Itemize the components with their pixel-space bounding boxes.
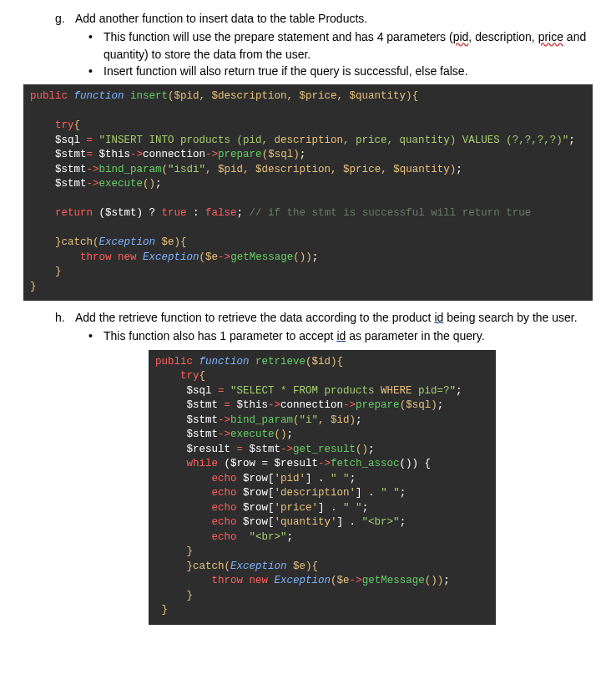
- bullet-icon: •: [88, 63, 104, 79]
- item-h-letter: h.: [23, 309, 75, 326]
- bullet-text: This function also has 1 parameter to ac…: [104, 327, 593, 344]
- bullet-icon: •: [88, 28, 104, 63]
- item-g: g. Add another function to insert data t…: [23, 10, 593, 79]
- item-g-title: Add another function to insert data to t…: [75, 10, 593, 27]
- item-h-bullets: • This function also has 1 parameter to …: [23, 327, 593, 344]
- bullet-icon: •: [88, 327, 104, 344]
- bullet-text: This function will use the prepare state…: [104, 28, 593, 63]
- item-h-title: Add the retrieve function to retrieve th…: [75, 309, 593, 326]
- item-g-letter: g.: [23, 10, 75, 27]
- item-h: h. Add the retrieve function to retrieve…: [23, 309, 593, 345]
- code-block-insert: public function insert($pid, $descriptio…: [23, 84, 593, 301]
- bullet-text: Insert function will also return true if…: [104, 63, 593, 79]
- code-block-retrieve: public function retrieve($id){ try{ $sql…: [149, 350, 496, 625]
- item-g-bullets: • This function will use the prepare sta…: [23, 28, 593, 79]
